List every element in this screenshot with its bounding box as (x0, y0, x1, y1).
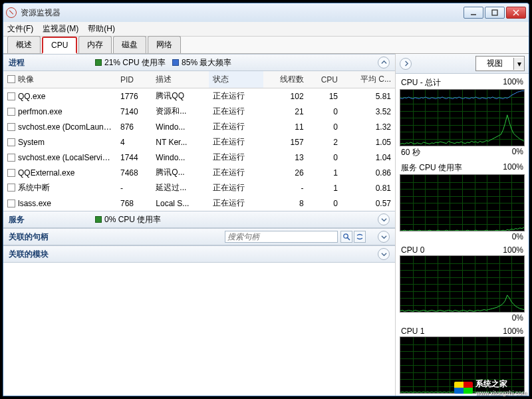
view-dropdown[interactable]: 视图 ▾ (475, 56, 525, 71)
table-row[interactable]: lsass.exe 768Local S...正在运行 800.57 (3, 196, 395, 211)
close-button[interactable] (506, 7, 526, 19)
table-row[interactable]: QQ.exe 1776腾讯QQ正在运行 102155.81 (3, 88, 395, 104)
cpu-graph: 服务 CPU 使用率100% 0% (400, 162, 525, 242)
minimize-button[interactable] (464, 7, 483, 19)
tabs: 概述 CPU 内存 磁盘 网络 (3, 37, 529, 54)
col-pid[interactable]: PID (116, 71, 152, 88)
processes-table: 映像 PID 描述 状态 线程数 CPU 平均 C... QQ.exe 1776… (3, 71, 395, 211)
svg-line-5 (348, 238, 350, 241)
left-pane: 进程 21% CPU 使用率 85% 最大频率 映像 PID 描述 状态 线程数… (3, 54, 396, 396)
tab-overview[interactable]: 概述 (7, 36, 41, 53)
maximize-button[interactable] (485, 7, 505, 19)
services-header[interactable]: 服务 0% CPU 使用率 (3, 211, 395, 228)
processes-table-container: 映像 PID 描述 状态 线程数 CPU 平均 C... QQ.exe 1776… (3, 71, 395, 211)
green-square-icon (95, 216, 102, 223)
collapse-processes-button[interactable] (378, 57, 390, 68)
window-title: 资源监视器 (21, 7, 464, 19)
titlebar[interactable]: 资源监视器 (3, 3, 529, 22)
row-checkbox[interactable] (7, 169, 15, 177)
table-row[interactable]: System 4NT Ker...正在运行 15721.05 (3, 134, 395, 150)
col-avg[interactable]: 平均 C... (342, 71, 395, 88)
modules-header[interactable]: 关联的模块 (3, 245, 395, 263)
table-row[interactable]: svchost.exe (LocalServiceN... 1744Windo.… (3, 150, 395, 165)
collapse-graphs-button[interactable] (400, 58, 412, 70)
col-desc[interactable]: 描述 (152, 71, 208, 88)
tab-cpu[interactable]: CPU (42, 37, 77, 54)
green-square-icon (95, 59, 102, 66)
menu-file[interactable]: 文件(F) (7, 23, 33, 35)
svg-rect-1 (492, 10, 497, 15)
expand-modules-button[interactable] (378, 248, 390, 260)
cpu-usage-stat: 21% CPU 使用率 (95, 57, 166, 68)
search-handles-input[interactable] (225, 231, 338, 243)
row-checkbox[interactable] (7, 200, 15, 207)
processes-title: 进程 (9, 57, 88, 68)
right-toolbar: 视图 ▾ (396, 54, 529, 74)
app-icon (6, 7, 17, 18)
right-pane: 视图 ▾ CPU - 总计100% 60 秒0% 服务 CPU 使用率100% … (396, 54, 529, 396)
handles-header[interactable]: 关联的句柄 (3, 228, 395, 245)
handles-title: 关联的句柄 (9, 231, 88, 243)
table-row[interactable]: svchost.exe (DcomLaunch) 876Windo...正在运行… (3, 119, 395, 134)
expand-services-button[interactable] (378, 213, 390, 225)
table-row[interactable]: QQExternal.exe 7468腾讯Q...正在运行 2610.86 (3, 165, 395, 180)
tab-disk[interactable]: 磁盘 (113, 36, 146, 53)
logo-icon (454, 382, 473, 394)
search-button[interactable] (340, 231, 352, 243)
col-threads[interactable]: 线程数 (263, 71, 307, 88)
modules-title: 关联的模块 (9, 249, 88, 260)
services-title: 服务 (9, 214, 88, 225)
resource-monitor-window: 资源监视器 文件(F) 监视器(M) 帮助(H) 概述 CPU 内存 磁盘 网络… (3, 3, 529, 396)
cpu-graph: CPU 0100% 0% (400, 245, 525, 323)
svg-point-4 (344, 234, 348, 238)
watermark: 系统之家 www.xitongzhi.com (454, 378, 527, 396)
menu-monitor[interactable]: 监视器(M) (43, 23, 78, 35)
services-cpu-stat: 0% CPU 使用率 (95, 214, 161, 225)
processes-header[interactable]: 进程 21% CPU 使用率 85% 最大频率 (3, 54, 395, 71)
menubar: 文件(F) 监视器(M) 帮助(H) (3, 22, 529, 37)
tab-network[interactable]: 网络 (148, 36, 181, 53)
col-status[interactable]: 状态 (209, 71, 264, 88)
max-freq-stat: 85% 最大频率 (172, 57, 231, 68)
select-all-checkbox[interactable] (7, 75, 15, 83)
expand-handles-button[interactable] (378, 231, 390, 243)
row-checkbox[interactable] (7, 154, 15, 162)
col-cpu[interactable]: CPU (308, 71, 342, 88)
row-checkbox[interactable] (7, 92, 15, 100)
row-checkbox[interactable] (7, 123, 15, 131)
table-row[interactable]: 系统中断 -延迟过...正在运行 -10.81 (3, 180, 395, 196)
row-checkbox[interactable] (7, 184, 15, 192)
cpu-graph: CPU - 总计100% 60 秒0% (400, 76, 525, 159)
tab-memory[interactable]: 内存 (78, 36, 112, 53)
menu-help[interactable]: 帮助(H) (88, 23, 115, 35)
table-row[interactable]: perfmon.exe 7140资源和...正在运行 2103.52 (3, 104, 395, 119)
blue-square-icon (172, 59, 179, 66)
clear-search-button[interactable] (354, 231, 366, 243)
chevron-down-icon: ▾ (513, 58, 524, 70)
graphs-container: CPU - 总计100% 60 秒0% 服务 CPU 使用率100% 0% CP… (396, 74, 529, 396)
row-checkbox[interactable] (7, 138, 15, 146)
row-checkbox[interactable] (7, 108, 15, 116)
col-image[interactable]: 映像 (18, 74, 34, 84)
